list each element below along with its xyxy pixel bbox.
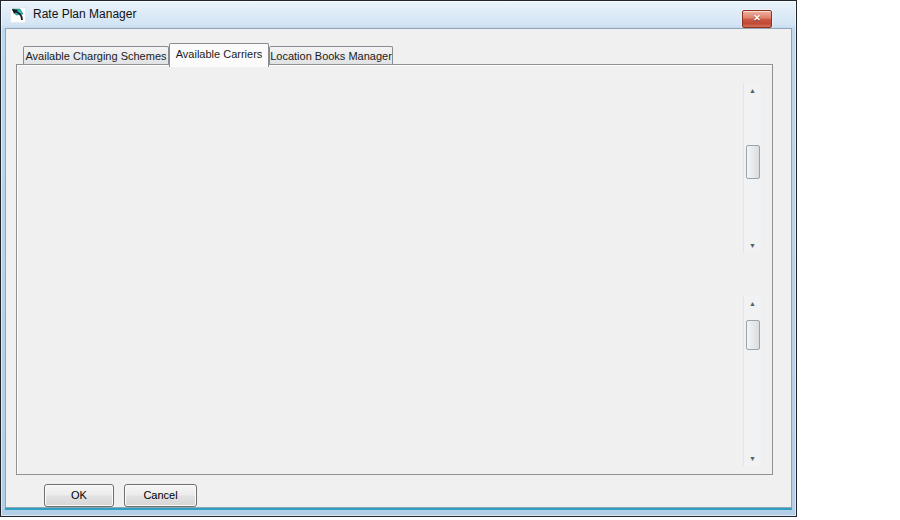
carriers-vertical-scrollbar[interactable]: ▲ ▼ bbox=[743, 83, 761, 253]
tab-available-charging-schemes[interactable]: Available Charging Schemes bbox=[23, 46, 169, 65]
ok-button[interactable]: OK bbox=[44, 484, 114, 507]
cancel-button[interactable]: Cancel bbox=[124, 484, 197, 507]
close-icon: ✕ bbox=[753, 13, 761, 23]
scroll-down-icon[interactable]: ▼ bbox=[744, 238, 761, 253]
tab-location-books-manager[interactable]: Location Books Manager bbox=[269, 46, 393, 65]
tab-available-carriers[interactable]: Available Carriers bbox=[169, 43, 269, 67]
scroll-up-icon[interactable]: ▲ bbox=[744, 296, 761, 311]
rate-plan-manager-window: Rate Plan Manager ✕ Available Charging S… bbox=[0, 0, 797, 517]
close-button[interactable]: ✕ bbox=[742, 10, 772, 28]
files-vertical-scrollbar[interactable]: ▲ ▼ bbox=[743, 296, 761, 466]
scrollbar-thumb[interactable] bbox=[746, 145, 760, 179]
scroll-down-icon[interactable]: ▼ bbox=[744, 451, 761, 466]
dialog-client-area: Available Charging Schemes Available Car… bbox=[5, 28, 792, 508]
available-carriers-tab-panel bbox=[16, 64, 773, 475]
window-title: Rate Plan Manager bbox=[33, 1, 136, 28]
scrollbar-thumb[interactable] bbox=[746, 320, 760, 350]
screen: Rate Plan Manager ✕ Available Charging S… bbox=[0, 0, 900, 520]
titlebar[interactable]: Rate Plan Manager ✕ bbox=[1, 1, 796, 28]
window-bottom-accent-line bbox=[5, 508, 792, 510]
scroll-up-icon[interactable]: ▲ bbox=[744, 83, 761, 98]
phone-divert-app-icon bbox=[10, 7, 26, 23]
